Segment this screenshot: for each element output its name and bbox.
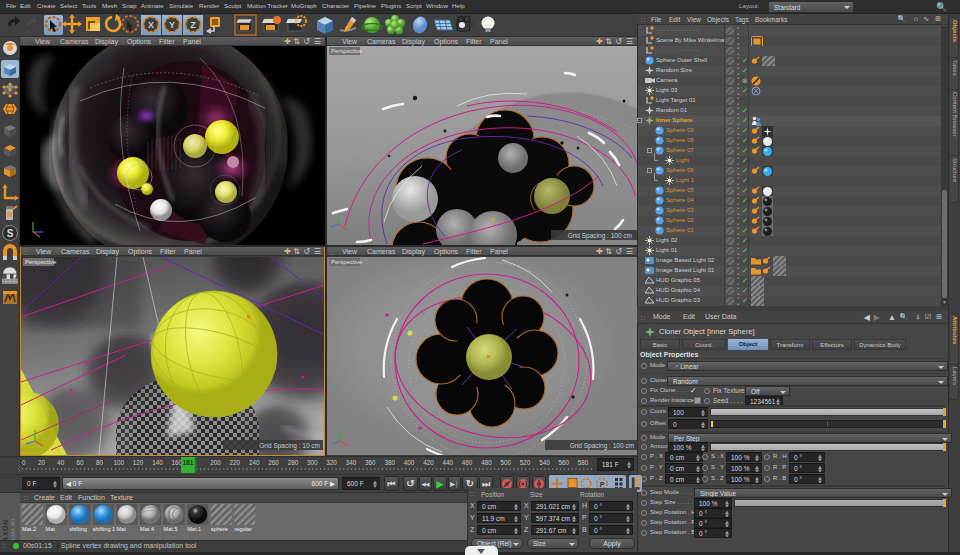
svg-text:60: 60 (77, 459, 85, 466)
svg-text:260: 260 (268, 459, 279, 466)
svg-text:Perspective: Perspective (331, 48, 363, 54)
svg-text:460: 460 (462, 459, 473, 466)
svg-text:240: 240 (249, 459, 260, 466)
svg-text:420: 420 (423, 459, 434, 466)
svg-text:540: 540 (539, 459, 550, 466)
svg-text:220: 220 (230, 459, 241, 466)
svg-text:Mat: Mat (46, 526, 56, 532)
svg-text:Perspective: Perspective (331, 259, 363, 265)
svg-text:400: 400 (404, 459, 415, 466)
svg-text:Y: Y (169, 20, 175, 30)
svg-text:440: 440 (442, 459, 453, 466)
svg-text:280: 280 (288, 459, 299, 466)
svg-text:Mat.4: Mat.4 (140, 526, 154, 532)
svg-text:shifting 1: shifting 1 (93, 526, 115, 532)
svg-text:380: 380 (384, 459, 395, 466)
svg-text:shifting: shifting (69, 526, 87, 532)
svg-text:340: 340 (346, 459, 357, 466)
svg-text:360: 360 (365, 459, 376, 466)
svg-text:S: S (7, 228, 14, 239)
svg-text:Grid Spacing : 100 cm: Grid Spacing : 100 cm (570, 442, 634, 450)
svg-text:140: 140 (152, 459, 163, 466)
svg-text:520: 520 (520, 459, 531, 466)
svg-text:sphere: sphere (211, 526, 228, 532)
svg-text:0: 0 (22, 459, 26, 466)
svg-text:Perspective: Perspective (25, 259, 57, 265)
svg-text:Z: Z (190, 20, 196, 30)
svg-text:Mat.1: Mat.1 (187, 526, 201, 532)
svg-text:120: 120 (133, 459, 144, 466)
svg-text:X: X (148, 20, 154, 30)
svg-text:181: 181 (183, 459, 194, 466)
svg-text:580: 580 (578, 459, 589, 466)
svg-text:regular: regular (234, 526, 252, 532)
svg-text:Mat: Mat (116, 526, 126, 532)
svg-text:500: 500 (501, 459, 512, 466)
svg-text:Grid Spacing : 10 cm: Grid Spacing : 10 cm (259, 442, 320, 450)
svg-text:Grid Spacing : 100 cm: Grid Spacing : 100 cm (568, 232, 632, 240)
svg-text:Mat.2: Mat.2 (22, 526, 36, 532)
svg-text:Mat.5: Mat.5 (164, 526, 178, 532)
svg-text:20: 20 (38, 459, 46, 466)
svg-text:160: 160 (172, 459, 183, 466)
svg-text:200: 200 (210, 459, 221, 466)
svg-text:40: 40 (57, 459, 65, 466)
svg-text:P: P (600, 481, 605, 488)
svg-text:480: 480 (481, 459, 492, 466)
svg-text:100: 100 (114, 459, 125, 466)
svg-text:560: 560 (559, 459, 570, 466)
svg-text:320: 320 (326, 459, 337, 466)
svg-text:300: 300 (307, 459, 318, 466)
svg-text:80: 80 (96, 459, 104, 466)
